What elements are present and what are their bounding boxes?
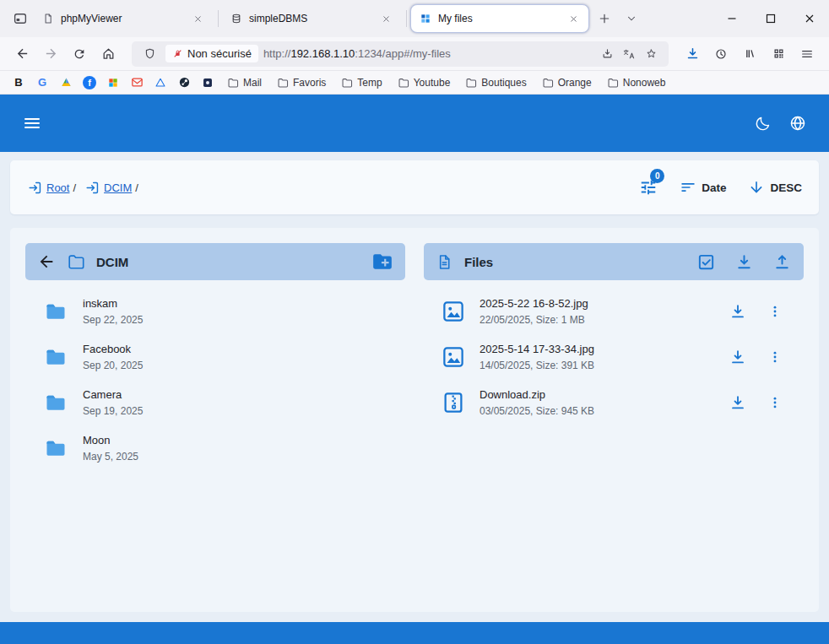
bookmark-triangle-icon[interactable] (150, 73, 171, 92)
file-row-jpg-2[interactable]: 2025-5-14 17-33-34.jpg14/05/2025, Size: … (424, 334, 804, 380)
bookmark-folder-mail[interactable]: Mail (221, 75, 268, 90)
bookmark-folder-temp[interactable]: Temp (335, 75, 387, 90)
folder-date: Sep 20, 2025 (83, 360, 143, 371)
bookmark-folder-favoris[interactable]: Favoris (271, 75, 332, 90)
folder-row-camera[interactable]: CameraSep 19, 2025 (25, 380, 405, 425)
navigation-bar: Non sécurisé http://192.168.1.10:1234/ap… (0, 37, 829, 71)
bookmark-dark-app-icon[interactable] (198, 73, 218, 92)
not-secure-chip[interactable]: Non sécurisé (165, 45, 258, 62)
bookmark-microsoft-icon[interactable] (103, 73, 123, 92)
folder-name: Moon (83, 434, 138, 446)
save-page-icon[interactable] (596, 43, 618, 65)
breadcrumb-bar: Root/ DCIM/ 0 Date (10, 160, 819, 214)
document-icon (436, 253, 453, 271)
breadcrumb-root-link[interactable]: Root (46, 181, 69, 194)
more-options-kebab-icon[interactable] (763, 300, 787, 323)
file-list: 2025-5-22 16-8-52.jpg22/05/2025, Size: 1… (424, 280, 804, 425)
more-options-kebab-icon[interactable] (763, 345, 787, 369)
folder-icon (42, 345, 69, 369)
bookmark-folder-nonoweb[interactable]: Nonoweb (601, 75, 672, 90)
filter-settings-icon[interactable]: 0 (639, 178, 658, 197)
folder-row-inskam[interactable]: inskamSep 22, 2025 (25, 289, 405, 334)
tab-title: phpMyViewer (61, 13, 182, 24)
file-meta: 03/05/2025, Size: 945 KB (480, 405, 594, 417)
my-files-favicon (420, 13, 431, 24)
folder-icon (42, 391, 69, 414)
tab-title: My files (438, 13, 558, 24)
app-footer (0, 622, 829, 644)
app-main: Root/ DCIM/ 0 Date (0, 152, 829, 622)
file-row-zip[interactable]: Download.zip03/05/2025, Size: 945 KB (424, 380, 804, 425)
folders-panel-title: DCIM (96, 255, 128, 269)
forward-icon[interactable] (37, 41, 64, 68)
content-area: DCIM inskamSep 22, 2025 FacebookSep 20, (10, 228, 819, 612)
file-row-jpg-1[interactable]: 2025-5-22 16-8-52.jpg22/05/2025, Size: 1… (424, 289, 804, 334)
app-menu-icon[interactable] (22, 113, 42, 133)
minimize-icon[interactable] (713, 0, 751, 37)
select-all-checkbox-icon[interactable] (696, 252, 716, 272)
files-panel: Files 2025-5-22 16-8-52.jpg22/05/2025, S… (424, 243, 804, 425)
image-file-icon (441, 344, 466, 370)
bookmark-star-icon[interactable] (640, 43, 662, 65)
upload-icon[interactable] (772, 252, 792, 272)
sort-by-button[interactable]: Date (680, 179, 726, 196)
new-tab-icon[interactable] (591, 5, 618, 32)
language-globe-icon[interactable] (788, 114, 807, 133)
bookmark-facebook-icon[interactable]: f (79, 73, 100, 92)
tab-my-files[interactable]: My files (410, 4, 589, 33)
bookmark-gmail-icon[interactable] (127, 73, 147, 92)
breadcrumb-dcim-link[interactable]: DCIM (104, 181, 132, 194)
reload-icon[interactable] (66, 41, 93, 68)
bookmark-folder-youtube[interactable]: Youtube (392, 75, 457, 90)
page-favicon (42, 13, 54, 24)
folders-panel: DCIM inskamSep 22, 2025 FacebookSep 20, (25, 243, 405, 471)
url-bar[interactable]: Non sécurisé http://192.168.1.10:1234/ap… (132, 41, 669, 67)
maximize-icon[interactable] (751, 0, 790, 37)
home-icon[interactable] (95, 41, 122, 68)
dark-mode-moon-icon[interactable] (754, 115, 772, 133)
arrow-down-icon (748, 179, 765, 196)
folder-row-facebook[interactable]: FacebookSep 20, 2025 (25, 334, 405, 380)
folder-icon (227, 77, 239, 89)
create-folder-icon[interactable] (371, 251, 393, 273)
bookmark-google-icon[interactable]: G (32, 73, 52, 92)
back-icon[interactable] (8, 41, 35, 68)
folder-icon (465, 77, 477, 89)
qr-extension-icon[interactable] (765, 41, 792, 68)
downloads-icon[interactable] (679, 41, 706, 68)
download-file-icon[interactable] (726, 300, 750, 323)
bookmark-steam-icon[interactable] (174, 73, 194, 92)
tab-simpledbms[interactable]: simpleDBMS (222, 4, 401, 33)
sort-order-button[interactable]: DESC (748, 179, 802, 196)
close-window-icon[interactable] (790, 0, 829, 37)
download-file-icon[interactable] (726, 391, 750, 414)
library-icon[interactable] (736, 41, 763, 68)
list-tabs-icon[interactable] (618, 5, 645, 32)
more-options-kebab-icon[interactable] (763, 391, 787, 414)
download-all-icon[interactable] (734, 252, 754, 272)
translate-icon[interactable] (618, 43, 640, 65)
tab-phpmyviewer[interactable]: phpMyViewer (34, 4, 213, 33)
bookmark-folder-boutiques[interactable]: Boutiques (459, 75, 532, 90)
history-clock-icon[interactable] (707, 41, 734, 68)
bookmark-bing-icon[interactable]: B (8, 73, 29, 92)
close-tab-icon[interactable] (565, 10, 582, 27)
close-tab-icon[interactable] (377, 10, 394, 27)
download-file-icon[interactable] (726, 345, 750, 369)
bookmark-folder-orange[interactable]: Orange (536, 75, 598, 90)
app-header (0, 95, 829, 152)
folder-row-moon[interactable]: MoonMay 5, 2025 (25, 425, 405, 471)
close-tab-icon[interactable] (189, 10, 206, 27)
firefox-view-icon[interactable] (7, 5, 34, 32)
file-name: Download.zip (480, 388, 594, 401)
browser-window: phpMyViewer simpleDBMS My files (0, 0, 829, 644)
folders-panel-header: DCIM (25, 243, 405, 280)
bookmark-drive-icon[interactable] (56, 73, 76, 92)
files-panel-title: Files (464, 255, 493, 269)
back-arrow-icon[interactable] (37, 252, 56, 271)
sort-icon (680, 179, 696, 196)
shield-icon[interactable] (138, 43, 160, 65)
tab-separator (406, 10, 407, 27)
enter-folder-icon (27, 180, 43, 196)
menu-icon[interactable] (794, 41, 821, 68)
